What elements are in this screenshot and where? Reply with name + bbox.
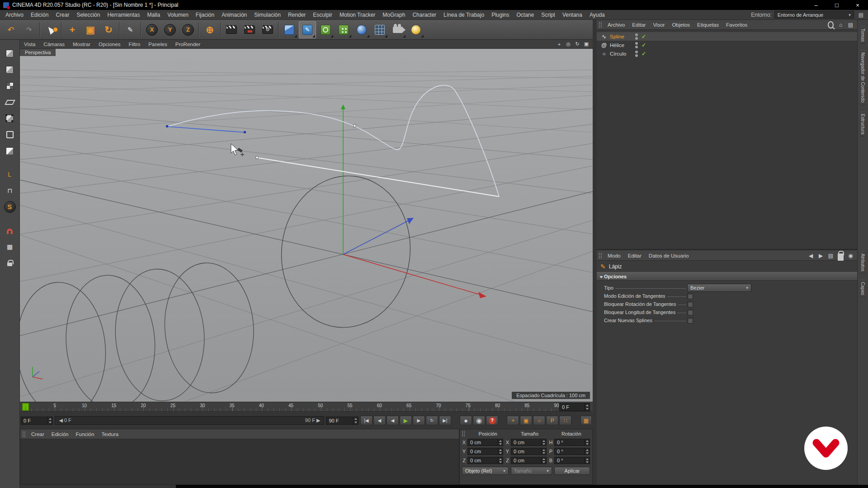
record-parameter-toggle[interactable]: P	[546, 416, 558, 425]
record-rotation-toggle[interactable]: ○	[533, 416, 545, 425]
lock-x-button[interactable]: X	[143, 21, 160, 38]
visibility-dots[interactable]	[635, 33, 638, 40]
coordinate-input[interactable]: 0 °	[554, 439, 590, 446]
spinner-arrows[interactable]	[585, 457, 590, 464]
coordinate-input[interactable]: 0 °	[554, 448, 590, 455]
live-selection-button[interactable]	[42, 21, 59, 38]
checkbox[interactable]	[687, 318, 693, 324]
menu-item[interactable]: Character	[409, 12, 440, 18]
undo-button[interactable]: ↶	[2, 21, 19, 38]
environment-dropdown[interactable]: Entorno de Arranque ▾	[774, 11, 854, 19]
spinner-arrows[interactable]	[585, 404, 590, 411]
spline-type-dropdown[interactable]: Bezier ▾	[687, 284, 751, 292]
menu-item[interactable]: Línea de Trabajo	[440, 12, 488, 18]
ruler-frame-input[interactable]: 0 F	[559, 403, 590, 411]
history-back-icon[interactable]: ◀	[808, 252, 814, 259]
prev-frame-button[interactable]: ◀	[387, 416, 399, 425]
spinner-arrows[interactable]	[585, 439, 590, 446]
menu-item[interactable]: Volumen	[164, 12, 192, 18]
record-pla-toggle[interactable]: ∷	[559, 416, 571, 425]
coordinate-input[interactable]: 0 cm	[511, 457, 547, 464]
record-keyframe-button[interactable]: ●	[460, 416, 472, 425]
viewport-view-label[interactable]: Perspectiva	[20, 49, 56, 56]
coord-system-button[interactable]: ⊕	[201, 21, 218, 38]
lock-icon[interactable]	[838, 253, 844, 261]
current-frame-input[interactable]: 0 F	[21, 417, 53, 425]
lock-workplane-icon[interactable]	[2, 256, 18, 270]
autokey-button[interactable]: ◉	[473, 416, 485, 425]
coordinate-input[interactable]: 0 cm	[511, 439, 547, 446]
panel-grip[interactable]	[599, 253, 602, 258]
om-menu-item[interactable]: Etiquetas	[693, 22, 722, 28]
viewport-menu-item[interactable]: Vista	[20, 42, 39, 47]
menu-item[interactable]: Script	[538, 12, 559, 18]
metaball-button[interactable]	[353, 21, 370, 38]
lock-y-button[interactable]: Y	[161, 21, 179, 38]
coordinate-input[interactable]: 0 cm	[467, 439, 503, 446]
rotate-view-icon[interactable]: ↻	[574, 41, 581, 48]
material-menu-item[interactable]: Crear	[28, 432, 48, 437]
menu-item[interactable]: Motion Tracker	[336, 12, 379, 18]
spinner-arrows[interactable]	[498, 439, 503, 446]
material-list-area[interactable]	[20, 439, 459, 484]
maximize-button[interactable]: □	[826, 0, 847, 10]
viewport-menu-item[interactable]: Paneles	[144, 42, 171, 47]
viewport-menu-item[interactable]: ProRender	[171, 42, 205, 47]
menu-item[interactable]: Ventana	[559, 12, 586, 18]
workplane-mode-icon[interactable]	[2, 95, 18, 109]
end-frame-input[interactable]: 90 F	[326, 417, 358, 425]
spinner-arrows[interactable]	[541, 457, 546, 464]
dock-tab[interactable]: Capas	[860, 280, 865, 297]
viewport-solo-icon[interactable]: S	[2, 200, 18, 214]
goto-end-button[interactable]: ▶|	[439, 416, 451, 425]
render-picture-viewer-button[interactable]	[241, 21, 258, 38]
menu-item[interactable]: Malla	[143, 12, 164, 18]
scale-tool-button[interactable]: ▣	[82, 21, 99, 38]
spinner-arrows[interactable]	[498, 457, 503, 464]
viewport-canvas[interactable]: Perspectiva Espaciado Cuadrícula : 100 c…	[20, 49, 593, 402]
enable-axis-icon[interactable]: L	[2, 167, 18, 182]
panel-grip[interactable]	[23, 432, 25, 437]
viewport-menu-item[interactable]: Filtro	[125, 42, 145, 47]
record-position-toggle[interactable]: +	[507, 416, 519, 425]
edges-mode-icon[interactable]	[2, 127, 18, 142]
size-mode-dropdown[interactable]: Tamaño ▾	[511, 467, 552, 475]
rotate-tool-button[interactable]: ↻	[100, 21, 117, 38]
snap-icon[interactable]	[2, 223, 18, 238]
material-menu-item[interactable]: Edición	[48, 432, 72, 437]
om-menu-item[interactable]: Editar	[628, 22, 649, 28]
spinner-arrows[interactable]	[498, 448, 503, 455]
texture-mode-icon[interactable]	[2, 79, 18, 93]
menu-item[interactable]: Esculpir	[309, 12, 336, 18]
object-row[interactable]: ∿ Spline ✓	[597, 32, 857, 41]
points-mode-icon[interactable]	[2, 111, 18, 126]
history-forward-icon[interactable]: ▶	[818, 252, 824, 259]
timeline-ruler[interactable]: 51015202530354045505560657075808590 0 F	[20, 402, 593, 412]
enabled-check-icon[interactable]: ✓	[642, 51, 646, 57]
visibility-dots[interactable]	[635, 51, 638, 57]
om-menu-item[interactable]: Objetos	[668, 22, 693, 28]
goto-start-button[interactable]: |◀	[360, 416, 373, 425]
preview-range-slider[interactable]: ◀ 0 F 90 F ▶	[55, 416, 324, 425]
coordinate-input[interactable]: 0 cm	[467, 448, 503, 455]
focus-icon[interactable]: ◉	[848, 252, 854, 259]
checkbox[interactable]	[687, 301, 693, 307]
coordinate-input[interactable]: 0 cm	[511, 448, 547, 455]
enabled-check-icon[interactable]: ✓	[642, 33, 646, 40]
render-settings-button[interactable]	[259, 21, 276, 38]
polygons-mode-icon[interactable]	[2, 144, 18, 158]
menu-item[interactable]: Octane	[513, 12, 538, 18]
pan-view-icon[interactable]: +	[556, 41, 563, 48]
am-menu-item[interactable]: Modo	[604, 253, 624, 258]
light-button[interactable]	[407, 21, 425, 38]
prev-key-button[interactable]: ◀	[373, 416, 386, 425]
checkbox[interactable]	[687, 293, 693, 299]
menu-item[interactable]: Plugins	[488, 12, 513, 18]
spline-pen-button[interactable]	[299, 21, 316, 38]
menu-item[interactable]: Selección	[73, 12, 104, 18]
om-menu-item[interactable]: Archivo	[604, 22, 628, 28]
quantize-icon[interactable]: ▦	[2, 239, 18, 254]
object-row[interactable]: @ Hélice ✓	[597, 41, 857, 49]
panel-grip[interactable]	[462, 431, 465, 436]
minimize-button[interactable]: –	[806, 0, 826, 10]
